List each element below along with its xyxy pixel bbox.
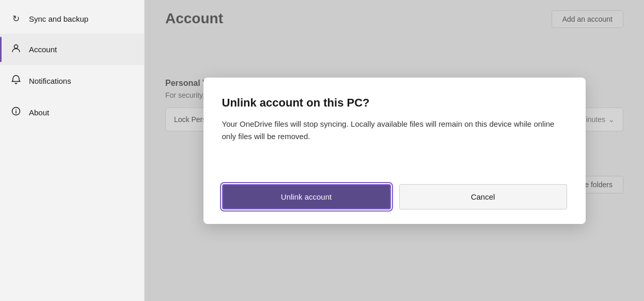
sidebar-label-notifications: Notifications bbox=[29, 77, 71, 85]
sidebar-label-account: Account bbox=[29, 45, 57, 54]
sidebar: ↻ Sync and backup Account Notifications bbox=[0, 0, 145, 301]
sidebar-item-account[interactable]: Account bbox=[0, 34, 144, 65]
app-container: ↻ Sync and backup Account Notifications bbox=[0, 0, 644, 301]
dialog-overlay: Unlink account on this PC? Your OneDrive… bbox=[145, 0, 644, 301]
sidebar-label-about: About bbox=[29, 108, 49, 117]
sync-icon: ↻ bbox=[10, 13, 22, 24]
sidebar-item-notifications[interactable]: Notifications bbox=[0, 65, 144, 97]
main-content: Account Add an account Choose folders Pe… bbox=[145, 0, 644, 301]
unlink-dialog: Unlink account on this PC? Your OneDrive… bbox=[203, 78, 586, 224]
svg-point-3 bbox=[15, 109, 17, 110]
sidebar-item-sync-backup[interactable]: ↻ Sync and backup bbox=[0, 4, 144, 34]
account-icon bbox=[10, 43, 22, 56]
info-icon bbox=[10, 106, 22, 119]
bell-icon bbox=[10, 74, 22, 87]
dialog-title: Unlink account on this PC? bbox=[222, 96, 567, 110]
dialog-body: Your OneDrive files will stop syncing. L… bbox=[222, 118, 567, 143]
unlink-account-button[interactable]: Unlink account bbox=[222, 184, 391, 209]
sidebar-item-about[interactable]: About bbox=[0, 97, 144, 128]
dialog-actions: Unlink account Cancel bbox=[222, 184, 567, 209]
svg-point-0 bbox=[14, 45, 18, 49]
cancel-button[interactable]: Cancel bbox=[399, 184, 567, 209]
sidebar-label-sync-backup: Sync and backup bbox=[29, 14, 88, 23]
